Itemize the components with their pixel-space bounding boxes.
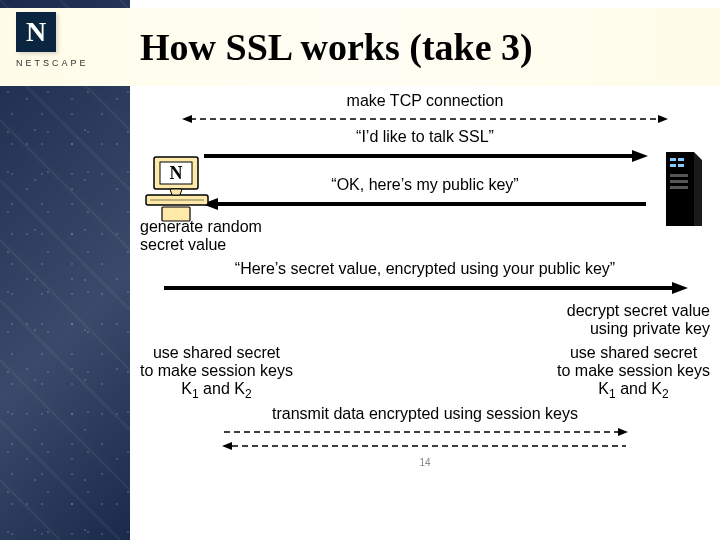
svg-rect-10 bbox=[678, 158, 684, 161]
svg-rect-14 bbox=[670, 180, 688, 183]
msg-ok: “OK, here’s my public key” bbox=[130, 176, 720, 194]
svg-rect-15 bbox=[670, 186, 688, 189]
svg-rect-12 bbox=[678, 164, 684, 167]
page-number: 14 bbox=[130, 457, 720, 468]
server-icon bbox=[664, 150, 704, 232]
svg-marker-7 bbox=[694, 152, 702, 226]
arrow-transmit-left bbox=[220, 439, 630, 453]
svg-rect-5 bbox=[162, 207, 190, 221]
msg-secret: “Here’s secret value, encrypted using yo… bbox=[130, 260, 720, 278]
msg-tcp: make TCP connection bbox=[130, 92, 720, 110]
svg-marker-18 bbox=[658, 115, 668, 123]
svg-rect-11 bbox=[670, 164, 676, 167]
arrow-ok bbox=[200, 196, 650, 212]
page-title: How SSL works (take 3) bbox=[140, 25, 533, 69]
svg-rect-9 bbox=[670, 158, 676, 161]
title-band: How SSL works (take 3) bbox=[0, 8, 720, 86]
note-decrypt: decrypt secret value using private key bbox=[130, 302, 710, 338]
netscape-logo: N NETSCAPE bbox=[16, 12, 89, 68]
session-left: use shared secret to make session keys K… bbox=[140, 344, 293, 401]
svg-marker-20 bbox=[632, 150, 648, 162]
svg-marker-26 bbox=[618, 428, 628, 436]
arrow-hello bbox=[200, 148, 650, 164]
arrow-tcp bbox=[180, 112, 670, 126]
msg-hello: “I’d like to talk SSL” bbox=[130, 128, 720, 146]
svg-marker-28 bbox=[222, 442, 232, 450]
slide: N NETSCAPE How SSL works (take 3) N bbox=[0, 0, 720, 540]
logo-letter: N bbox=[26, 16, 46, 48]
svg-rect-13 bbox=[670, 174, 688, 177]
svg-marker-17 bbox=[182, 115, 192, 123]
session-keys-row: use shared secret to make session keys K… bbox=[140, 344, 710, 401]
msg-transmit: transmit data encrypted using session ke… bbox=[130, 405, 720, 423]
svg-text:N: N bbox=[170, 163, 183, 183]
arrow-transmit-right bbox=[220, 425, 630, 439]
logo-brand: NETSCAPE bbox=[16, 58, 89, 68]
client-computer-icon: N bbox=[140, 155, 214, 229]
session-right: use shared secret to make session keys K… bbox=[557, 344, 710, 401]
note-generate: generate random secret value bbox=[140, 218, 720, 254]
arrow-secret bbox=[160, 280, 690, 296]
svg-marker-24 bbox=[672, 282, 688, 294]
logo-icon: N bbox=[16, 12, 56, 52]
diagram-content: make TCP connection “I’d like to talk SS… bbox=[130, 90, 720, 540]
